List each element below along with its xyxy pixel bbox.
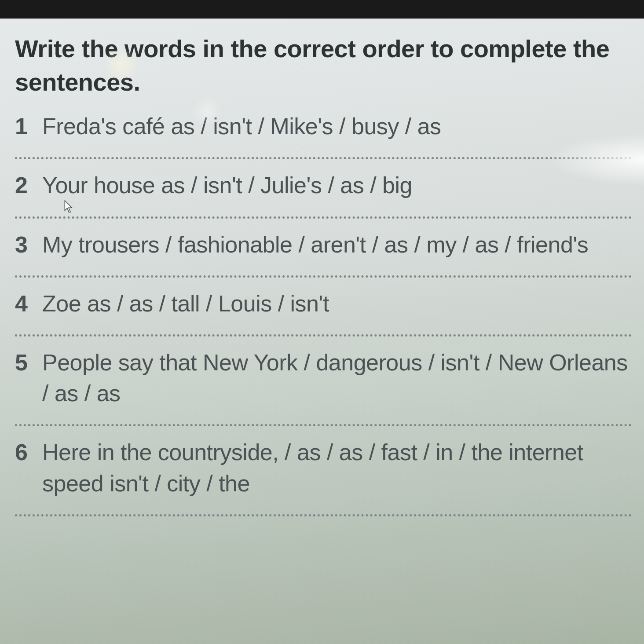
answer-line bbox=[15, 157, 632, 159]
answer-line bbox=[15, 216, 632, 219]
item-text: People say that New York / dangerous / i… bbox=[42, 347, 632, 409]
item-text: Zoe as / as / tall / Louis / isn't bbox=[42, 288, 329, 319]
instruction-heading: Write the words in the correct order to … bbox=[15, 32, 632, 99]
item-text: Freda's café as / isn't / Mike's / busy … bbox=[42, 111, 441, 142]
exercise-list: 1 Freda's café as / isn't / Mike's / bus… bbox=[15, 111, 632, 516]
exercise-item: 4 Zoe as / as / tall / Louis / isn't bbox=[15, 288, 632, 319]
item-number: 1 bbox=[15, 111, 30, 142]
item-number: 3 bbox=[15, 229, 30, 260]
item-number: 4 bbox=[15, 288, 30, 319]
item-text: Here in the countryside, / as / as / fas… bbox=[42, 437, 632, 498]
item-text: Your house as / isn't / Julie's / as / b… bbox=[42, 170, 412, 201]
exercise-item: 6 Here in the countryside, / as / as / f… bbox=[15, 437, 632, 498]
exercise-item: 3 My trousers / fashionable / aren't / a… bbox=[15, 229, 632, 260]
exercise-item: 1 Freda's café as / isn't / Mike's / bus… bbox=[15, 111, 632, 142]
item-number: 5 bbox=[15, 347, 30, 378]
answer-line bbox=[15, 275, 632, 278]
item-number: 2 bbox=[15, 170, 30, 201]
exercise-item: 5 People say that New York / dangerous /… bbox=[15, 347, 632, 409]
answer-line bbox=[15, 514, 632, 516]
worksheet-page: Write the words in the correct order to … bbox=[0, 18, 644, 644]
item-number: 6 bbox=[15, 437, 30, 468]
answer-line bbox=[15, 424, 632, 426]
answer-line bbox=[15, 334, 632, 337]
exercise-item: 2 Your house as / isn't / Julie's / as /… bbox=[15, 170, 632, 201]
screen-photo-frame: Write the words in the correct order to … bbox=[0, 0, 644, 644]
item-text: My trousers / fashionable / aren't / as … bbox=[42, 229, 588, 260]
